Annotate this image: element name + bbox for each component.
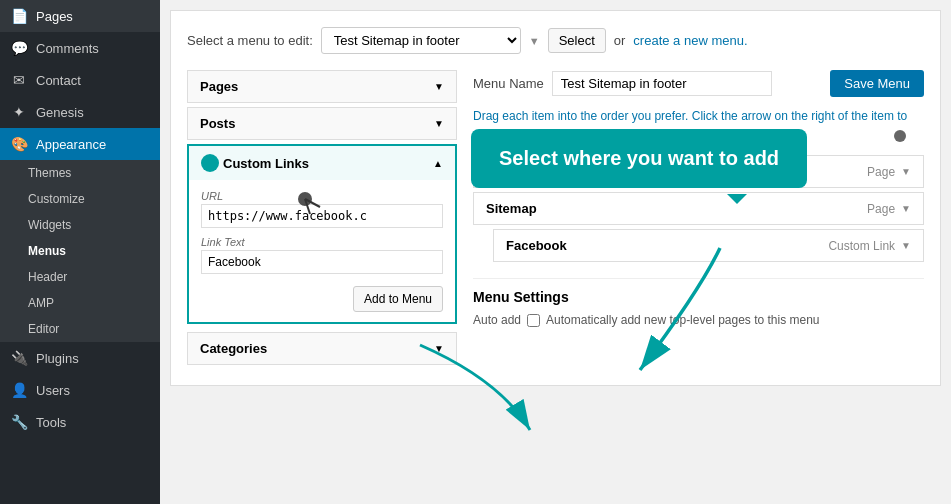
sidebar-label-genesis: Genesis [36,105,84,120]
themes-label: Themes [28,166,71,180]
sidebar-subitem-widgets[interactable]: Widgets [0,212,160,238]
sidebar: 📄 Pages 💬 Comments ✉ Contact ✦ Genesis 🎨… [0,0,160,504]
sidebar-label-pages: Pages [36,9,73,24]
accordion-posts: Posts ▼ [187,107,457,140]
menu-settings-title: Menu Settings [473,278,924,305]
tooltip-bubble: Select where you want to add [471,129,807,188]
link-text-input[interactable] [201,250,443,274]
genesis-icon: ✦ [10,104,28,120]
main-content: Select a menu to edit: Test Sitemap in f… [160,0,951,504]
sidebar-item-tools[interactable]: 🔧 Tools [0,406,160,438]
link-text-label: Link Text [201,236,443,248]
chevron-down-icon-about: ▼ [901,166,911,177]
sidebar-subitem-editor[interactable]: Editor [0,316,160,342]
sidebar-item-plugins[interactable]: 🔌 Plugins [0,342,160,374]
chevron-up-icon: ▲ [433,158,443,169]
save-menu-button[interactable]: Save Menu [830,70,924,97]
chevron-down-icon-facebook: ▼ [901,240,911,251]
sidebar-label-contact: Contact [36,73,81,88]
menus-label: Menus [28,244,66,258]
accordion-pages: Pages ▼ [187,70,457,103]
accordion-header-custom-links[interactable]: Custom Links ▲ [189,146,455,180]
tools-icon: 🔧 [10,414,28,430]
auto-add-label: Auto add [473,313,521,327]
create-new-menu-link[interactable]: create a new menu. [633,33,747,48]
sidebar-label-plugins: Plugins [36,351,79,366]
menu-item-sitemap-name: Sitemap [486,201,537,216]
amp-label: AMP [28,296,54,310]
accordion-header-pages[interactable]: Pages ▼ [188,71,456,102]
header-label: Header [28,270,67,284]
accordion-categories-label: Categories [200,341,267,356]
add-to-menu-button[interactable]: Add to Menu [353,286,443,312]
sidebar-item-pages[interactable]: 📄 Pages [0,0,160,32]
sidebar-subitem-customize[interactable]: Customize [0,186,160,212]
url-field-row: URL [201,190,443,228]
sidebar-item-comments[interactable]: 💬 Comments [0,32,160,64]
menu-item-sitemap-type: Page [867,202,895,216]
accordion-header-posts[interactable]: Posts ▼ [188,108,456,139]
sidebar-item-contact[interactable]: ✉ Contact [0,64,160,96]
sidebar-label-users: Users [36,383,70,398]
url-label: URL [201,190,443,202]
chevron-down-icon: ▼ [434,81,444,92]
or-text: or [614,33,626,48]
sidebar-subitem-header[interactable]: Header [0,264,160,290]
sidebar-item-appearance[interactable]: 🎨 Appearance [0,128,160,160]
menu-name-label: Menu Name [473,76,544,91]
editor-label: Editor [28,322,59,336]
content-area: Select a menu to edit: Test Sitemap in f… [170,10,941,386]
chevron-down-icon-2: ▼ [434,118,444,129]
two-col-layout: Pages ▼ Posts ▼ Custom [187,70,924,369]
sidebar-subitem-menus[interactable]: Menus [0,238,160,264]
accordion-header-categories[interactable]: Categories ▼ [188,333,456,364]
sidebar-item-genesis[interactable]: ✦ Genesis [0,96,160,128]
widgets-label: Widgets [28,218,71,232]
appearance-submenu: Themes Customize Widgets Menus Header AM… [0,160,160,342]
select-menu-label: Select a menu to edit: [187,33,313,48]
menu-name-input[interactable] [552,71,772,96]
menu-item-facebook-type: Custom Link [828,239,895,253]
contact-icon: ✉ [10,72,28,88]
auto-add-row: Auto add Automatically add new top-level… [473,313,924,327]
accordion-pages-label: Pages [200,79,238,94]
menu-select-dropdown[interactable]: Test Sitemap in footer [321,27,521,54]
chevron-down-icon-sitemap: ▼ [901,203,911,214]
appearance-icon: 🎨 [10,136,28,152]
left-panel: Pages ▼ Posts ▼ Custom [187,70,457,369]
auto-add-checkbox[interactable] [527,314,540,327]
right-panel: Menu Name Save Menu Select where you wan… [473,70,924,369]
sidebar-subitem-themes[interactable]: Themes [0,160,160,186]
menu-item-facebook-name: Facebook [506,238,567,253]
sidebar-label-tools: Tools [36,415,66,430]
menu-item-facebook[interactable]: Facebook Custom Link ▼ [493,229,924,262]
top-bar: Select a menu to edit: Test Sitemap in f… [187,27,924,54]
menu-item-sitemap[interactable]: Sitemap Page ▼ [473,192,924,225]
auto-add-desc: Automatically add new top-level pages to… [546,313,820,327]
plugins-icon: 🔌 [10,350,28,366]
sidebar-label-appearance: Appearance [36,137,106,152]
sidebar-item-users[interactable]: 👤 Users [0,374,160,406]
url-input[interactable] [201,204,443,228]
green-dot-indicator [201,154,219,172]
customize-label: Customize [28,192,85,206]
menu-name-row: Menu Name Save Menu [473,70,924,97]
custom-links-body: URL Link Text Add to Menu [189,180,455,322]
pages-icon: 📄 [10,8,28,24]
menu-item-about-type: Page [867,165,895,179]
sidebar-label-comments: Comments [36,41,99,56]
chevron-down-icon-3: ▼ [434,343,444,354]
accordion-custom-links-label: Custom Links [223,156,309,171]
select-button[interactable]: Select [548,28,606,53]
accordion-categories: Categories ▼ [187,332,457,365]
comments-icon: 💬 [10,40,28,56]
link-text-field-row: Link Text [201,236,443,274]
accordion-posts-label: Posts [200,116,235,131]
sidebar-subitem-amp[interactable]: AMP [0,290,160,316]
users-icon: 👤 [10,382,28,398]
accordion-custom-links: Custom Links ▲ URL Link Text [187,144,457,324]
